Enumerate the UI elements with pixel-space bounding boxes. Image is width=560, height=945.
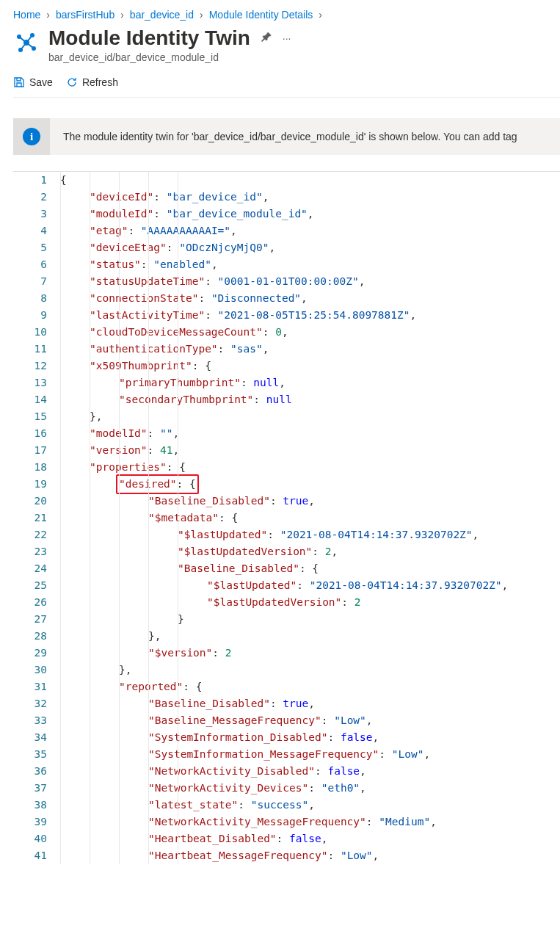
info-icon-container: i	[13, 118, 50, 155]
page-subtitle: bar_device_id/bar_device_module_id	[48, 51, 291, 63]
chevron-right-icon: ›	[120, 9, 124, 21]
toolbar: Save Refresh	[13, 76, 560, 98]
code-content[interactable]: {"deviceId": "bar_device_id","moduleId":…	[60, 172, 560, 864]
info-icon: i	[23, 128, 40, 145]
breadcrumb-link[interactable]: bar_device_id	[130, 9, 194, 21]
refresh-icon	[66, 76, 78, 88]
chevron-right-icon: ›	[200, 9, 203, 21]
page-header: Module Identity Twin ··· bar_device_id/b…	[13, 26, 560, 63]
json-editor[interactable]: 1234567891011121314151617181920212223242…	[13, 171, 560, 864]
breadcrumb-link[interactable]: barsFirstHub	[56, 9, 114, 21]
save-button[interactable]: Save	[13, 76, 53, 88]
info-banner: i The module identity twin for 'bar_devi…	[13, 118, 560, 155]
info-text: The module identity twin for 'bar_device…	[50, 131, 531, 142]
breadcrumb-link[interactable]: Module Identity Details	[209, 9, 313, 21]
refresh-button[interactable]: Refresh	[66, 76, 118, 88]
pin-icon[interactable]	[261, 32, 272, 46]
module-twin-icon	[13, 29, 40, 56]
save-icon	[13, 76, 25, 88]
line-gutter: 1234567891011121314151617181920212223242…	[13, 172, 60, 864]
chevron-right-icon: ›	[46, 9, 50, 21]
more-icon[interactable]: ···	[283, 32, 291, 44]
page-title: Module Identity Twin	[48, 26, 250, 50]
chevron-right-icon: ›	[319, 9, 322, 21]
breadcrumb: Home› barsFirstHub› bar_device_id› Modul…	[13, 9, 560, 21]
breadcrumb-link[interactable]: Home	[13, 9, 40, 21]
